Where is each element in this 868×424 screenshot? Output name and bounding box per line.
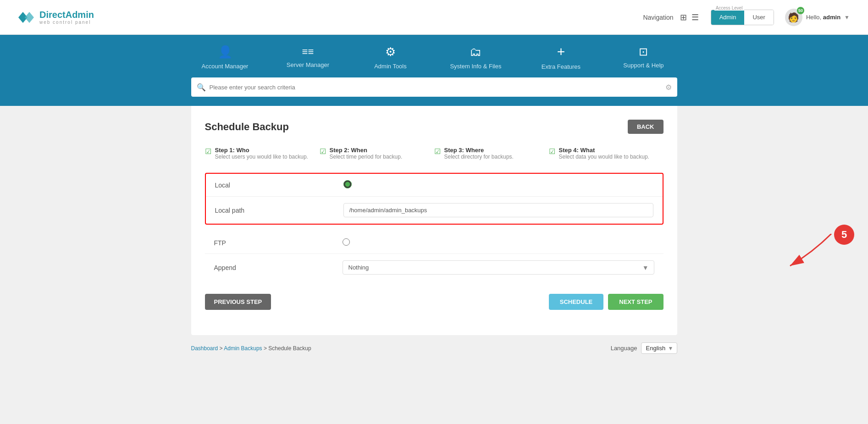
search-input[interactable] (210, 84, 665, 91)
nav-item-support-help[interactable]: ⊡ Support & Help (620, 45, 666, 69)
step-3-title: Step 3: Where (444, 147, 514, 154)
search-settings-icon[interactable]: ⚙ (665, 83, 672, 92)
nav-item-server-manager-label: Server Manager (287, 61, 329, 68)
nav-item-account-manager[interactable]: 👤 Account Manager (202, 45, 249, 70)
step-1-check-icon: ☑ (205, 147, 211, 156)
button-row: PREVIOUS STEP SCHEDULE NEXT STEP (205, 294, 663, 310)
step-1-title: Step 1: Who (215, 147, 308, 154)
search-container: 🔍 ⚙ (0, 77, 868, 106)
language-label: Language (611, 345, 637, 352)
footer-area: Dashboard > Admin Backups > Schedule Bac… (191, 335, 677, 358)
breadcrumb-admin-backups[interactable]: Admin Backups (224, 345, 262, 352)
access-tab-user[interactable]: User (744, 10, 773, 25)
step-3-info: Step 3: Where Select directory for backu… (444, 147, 514, 160)
nav-item-account-manager-label: Account Manager (202, 63, 249, 70)
nav-item-admin-tools[interactable]: ⚙ Admin Tools (367, 45, 413, 70)
blue-nav-items: 👤 Account Manager ≡≡ Server Manager ⚙ Ad… (0, 44, 868, 70)
logo-area: DirectAdmin web control panel (18, 9, 94, 26)
local-radio-wrapper (343, 180, 653, 190)
hello-text: Hello, admin (806, 14, 840, 21)
local-path-input-wrapper (343, 203, 653, 217)
logo-sub: web control panel (39, 20, 94, 25)
main-content: Schedule Backup BACK ☑ Step 1: Who Selec… (191, 106, 677, 335)
breadcrumb-schedule-backup: Schedule Backup (268, 345, 311, 352)
navigation-label: Navigation (643, 14, 673, 21)
local-radio[interactable] (343, 180, 352, 188)
extra-features-icon: + (557, 44, 565, 60)
nav-icons: ⊞ ☰ (679, 11, 700, 23)
nav-item-extra-features-label: Extra Features (542, 63, 581, 70)
ftp-label: FTP (214, 239, 343, 247)
header-right: Navigation ⊞ ☰ Access Level Admin User 🧑… (643, 9, 850, 26)
breadcrumb: Dashboard > Admin Backups > Schedule Bac… (191, 345, 311, 352)
breadcrumb-sep2: > (264, 345, 268, 352)
page-header-row: Schedule Backup BACK (205, 120, 663, 134)
nav-item-support-help-label: Support & Help (623, 62, 663, 69)
append-label: Append (214, 264, 343, 271)
append-select[interactable]: Nothing Date Domain (343, 260, 654, 275)
ftp-radio[interactable] (343, 238, 350, 246)
access-level-box: Admin User (711, 10, 774, 25)
search-bar-wrapper: 🔍 ⚙ (191, 77, 677, 97)
avatar-badge: 50 (797, 7, 804, 14)
support-help-icon: ⊡ (639, 45, 648, 58)
hello-name: admin (823, 14, 840, 21)
navigation-area: Navigation ⊞ ☰ (643, 11, 699, 23)
language-select[interactable]: English (641, 342, 677, 354)
nav-item-extra-features[interactable]: + Extra Features (538, 44, 584, 70)
append-select-wrapper: Nothing Date Domain ▼ (343, 260, 654, 275)
breadcrumb-dashboard[interactable]: Dashboard (191, 345, 218, 352)
step-1-desc: Select users you would like to backup. (215, 154, 308, 160)
step-2-check-icon: ☑ (320, 147, 326, 156)
svg-marker-1 (25, 12, 34, 23)
dropdown-arrow-icon: ▼ (844, 14, 850, 21)
step-4-info: Step 4: What Select data you would like … (559, 147, 649, 160)
top-header: DirectAdmin web control panel Navigation… (0, 0, 868, 35)
nav-item-server-manager[interactable]: ≡≡ Server Manager (285, 46, 331, 68)
previous-step-button[interactable]: PREVIOUS STEP (205, 294, 271, 310)
step-1: ☑ Step 1: Who Select users you would lik… (205, 147, 320, 160)
step-4-title: Step 4: What (559, 147, 649, 154)
logo-icon (18, 9, 35, 26)
back-button[interactable]: BACK (628, 120, 663, 134)
append-row: Append Nothing Date Domain ▼ (205, 254, 663, 281)
nav-item-system-info[interactable]: 🗂 System Info & Files (450, 45, 501, 70)
logo-name: DirectAdmin (39, 10, 94, 20)
avatar-wrapper: 🧑 50 (785, 9, 802, 26)
step-2-title: Step 2: When (330, 147, 403, 154)
local-path-input[interactable] (343, 203, 653, 217)
local-path-row: Local path (206, 196, 663, 224)
next-step-button[interactable]: NEXT STEP (608, 294, 663, 310)
system-info-icon: 🗂 (470, 45, 481, 59)
language-area: Language English ▼ (611, 342, 677, 354)
form-section-highlighted: Local Local path (205, 173, 663, 225)
annotation-5: 5 (834, 225, 854, 245)
breadcrumb-sep1: > (220, 345, 224, 352)
user-area[interactable]: 🧑 50 Hello, admin ▼ (785, 9, 850, 26)
step-4-desc: Select data you would like to backup. (559, 154, 649, 160)
local-path-label: Local path (215, 207, 343, 214)
step-3-desc: Select directory for backups. (444, 154, 514, 160)
content-wrapper: Schedule Backup BACK ☑ Step 1: Who Selec… (191, 106, 677, 358)
access-tab-admin[interactable]: Admin (711, 10, 745, 25)
list-icon[interactable]: ☰ (691, 11, 700, 23)
logo-text: DirectAdmin web control panel (39, 10, 94, 25)
schedule-button[interactable]: SCHEDULE (549, 294, 604, 310)
right-button-group: SCHEDULE NEXT STEP (549, 294, 663, 310)
step-2-desc: Select time period for backup. (330, 154, 403, 160)
step-2: ☑ Step 2: When Select time period for ba… (320, 147, 434, 160)
annotation-arrow (785, 234, 840, 270)
account-manager-icon: 👤 (218, 45, 232, 59)
step-4-check-icon: ☑ (549, 147, 555, 156)
language-select-wrapper: English ▼ (641, 342, 677, 354)
blue-nav: 👤 Account Manager ≡≡ Server Manager ⚙ Ad… (0, 35, 868, 77)
ftp-radio-wrapper (343, 238, 654, 247)
server-manager-icon: ≡≡ (302, 46, 314, 58)
step-2-info: Step 2: When Select time period for back… (330, 147, 403, 160)
access-level-label: Access Level (714, 6, 744, 11)
grid-icon[interactable]: ⊞ (679, 11, 688, 23)
steps-row: ☑ Step 1: Who Select users you would lik… (205, 147, 663, 160)
step-3: ☑ Step 3: Where Select directory for bac… (434, 147, 549, 160)
step-1-info: Step 1: Who Select users you would like … (215, 147, 308, 160)
page-title: Schedule Backup (205, 121, 289, 133)
